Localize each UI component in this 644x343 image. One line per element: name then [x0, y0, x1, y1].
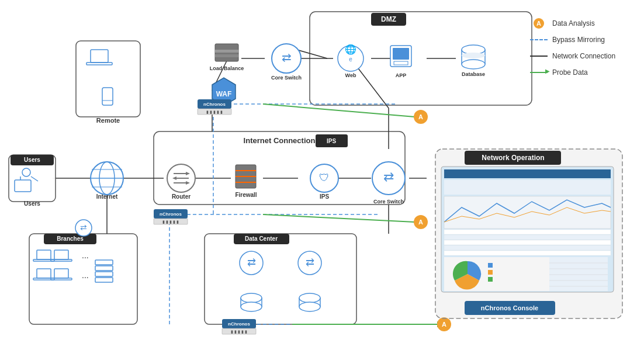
svg-text:nChronos: nChronos — [228, 321, 250, 327]
svg-text:▮ ▮ ▮ ▮ ▮: ▮ ▮ ▮ ▮ ▮ — [162, 220, 179, 224]
svg-rect-167 — [488, 270, 493, 275]
svg-point-119 — [462, 53, 485, 58]
svg-text:Remote: Remote — [96, 117, 120, 124]
legend: A Data Analysis Bypass Mirroring Network… — [530, 18, 632, 83]
svg-rect-158 — [444, 196, 611, 228]
svg-text:▮ ▮ ▮ ▮ ▮: ▮ ▮ ▮ ▮ ▮ — [231, 330, 247, 334]
svg-text:nChronos: nChronos — [160, 212, 182, 217]
svg-text:Users: Users — [24, 157, 40, 163]
svg-text:Branches: Branches — [57, 235, 84, 242]
svg-text:A: A — [418, 113, 423, 120]
svg-line-30 — [263, 104, 415, 117]
legend-data-analysis: A Data Analysis — [530, 18, 632, 29]
svg-rect-156 — [444, 169, 611, 178]
network-diagram: IPS — [0, 0, 644, 343]
svg-text:IPS: IPS — [327, 138, 336, 144]
svg-rect-160 — [444, 235, 611, 240]
svg-text:▮ ▮ ▮ ▮ ▮: ▮ ▮ ▮ ▮ ▮ — [206, 110, 223, 114]
svg-text:Database: Database — [462, 71, 485, 77]
svg-text:⇄: ⇄ — [306, 257, 314, 268]
bypass-mirroring-icon — [530, 39, 548, 40]
svg-text:Internet: Internet — [96, 193, 118, 200]
svg-text:...: ... — [82, 251, 89, 260]
legend-probe-data-label: Probe Data — [552, 68, 588, 77]
svg-text:Data Center: Data Center — [245, 235, 278, 242]
svg-text:Internet Connection: Internet Connection — [244, 136, 316, 145]
svg-rect-102 — [215, 54, 238, 57]
svg-text:nChronos: nChronos — [203, 102, 226, 107]
svg-rect-18 — [205, 234, 356, 324]
svg-text:Web: Web — [345, 72, 356, 78]
svg-text:⇄: ⇄ — [247, 257, 256, 268]
svg-rect-163 — [444, 251, 611, 255]
svg-text:DMZ: DMZ — [381, 15, 396, 23]
svg-rect-162 — [444, 245, 611, 250]
svg-line-32 — [263, 214, 415, 222]
legend-data-analysis-label: Data Analysis — [552, 19, 595, 27]
svg-text:A: A — [418, 219, 423, 226]
data-analysis-icon: A — [534, 18, 544, 29]
legend-probe-data: Probe Data — [530, 67, 632, 78]
svg-text:e: e — [349, 56, 352, 63]
svg-text:nChronos Console: nChronos Console — [481, 304, 538, 311]
svg-text:Firewall: Firewall — [235, 192, 257, 198]
svg-point-89 — [241, 302, 262, 311]
legend-network-connection: Network Connection — [530, 50, 632, 62]
legend-bypass-mirroring: Bypass Mirroring — [530, 34, 632, 46]
svg-point-86 — [241, 293, 262, 303]
svg-rect-168 — [488, 277, 493, 282]
svg-text:Network Operation: Network Operation — [482, 154, 544, 162]
probe-data-icon — [530, 72, 548, 73]
svg-rect-159 — [444, 230, 611, 234]
svg-text:Core Switch: Core Switch — [271, 75, 302, 81]
svg-text:Users: Users — [24, 200, 40, 207]
svg-text:A: A — [442, 321, 446, 328]
svg-rect-166 — [488, 263, 493, 268]
svg-point-90 — [299, 293, 320, 303]
svg-rect-112 — [393, 48, 409, 60]
svg-text:🛡: 🛡 — [319, 172, 330, 183]
svg-point-118 — [462, 60, 485, 69]
svg-text:Core Switch: Core Switch — [373, 199, 404, 205]
svg-text:⇄: ⇄ — [383, 169, 394, 184]
svg-text:⇄: ⇄ — [80, 223, 87, 232]
svg-text:🌐: 🌐 — [345, 44, 356, 55]
svg-text:⇄: ⇄ — [282, 51, 292, 64]
svg-rect-157 — [444, 180, 611, 195]
svg-text:IPS: IPS — [320, 193, 329, 200]
svg-rect-169 — [549, 257, 608, 291]
svg-text:Router: Router — [172, 193, 191, 200]
network-connection-icon — [530, 56, 548, 57]
svg-text:...: ... — [82, 271, 89, 280]
svg-rect-101 — [215, 50, 238, 53]
svg-text:APP: APP — [396, 72, 407, 78]
legend-network-connection-label: Network Connection — [552, 52, 615, 60]
svg-text:Load Balance: Load Balance — [210, 65, 244, 71]
legend-bypass-mirroring-label: Bypass Mirroring — [552, 36, 605, 44]
svg-point-93 — [299, 302, 320, 311]
svg-text:WAF: WAF — [216, 90, 232, 98]
svg-rect-161 — [444, 240, 611, 245]
